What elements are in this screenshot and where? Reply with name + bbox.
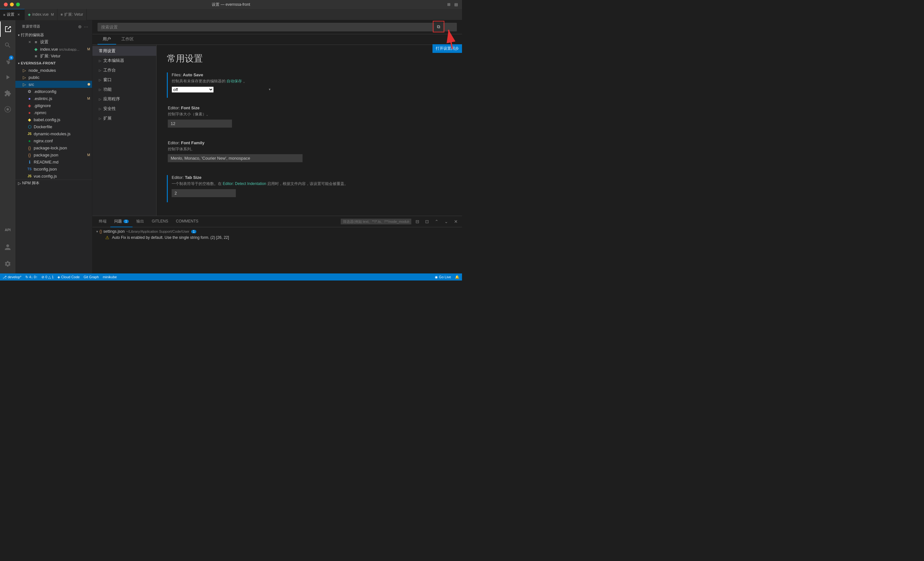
maximize-button[interactable] [16,3,20,6]
list-item[interactable]: ▷ public [15,74,92,81]
page-title: 常用设置 [167,52,452,65]
npm-scripts-section[interactable]: ▷ NPM 脚本 [15,180,92,187]
file-name: 设置 [40,39,92,45]
minimize-button[interactable] [10,3,14,6]
tab-index-vue[interactable]: ◆ index.vue M [25,9,57,20]
tab-settings-close[interactable]: ✕ [16,12,21,17]
list-item[interactable]: ▷ src [15,81,92,88]
list-item[interactable]: ◆ babel.config.js [15,116,92,123]
panel-tab-problems[interactable]: 问题 1 [110,216,132,227]
sidebar-title: 资源管理器 [22,24,40,29]
git-graph-label: Git Graph [83,275,99,279]
nav-item-common[interactable]: 常用设置 [92,46,156,56]
sidebar-item-search[interactable] [0,37,15,53]
list-item[interactable]: ≡ 扩展: Vetur [15,52,92,60]
sidebar-item-accounts[interactable] [0,239,15,255]
settings-container: 用户 工作区 常用设置 [92,20,462,216]
sidebar-item-extensions[interactable] [0,85,15,101]
open-editors-section: ▾ 打开的编辑器 ✕ ≡ 设置 ◆ index.vue src/subapp..… [15,31,92,60]
nav-item-security[interactable]: ▷ 安全性 [92,104,156,114]
status-sync[interactable]: ↻ 4↓ 0↑ [26,275,38,279]
list-item[interactable]: ● nginx.conf [15,137,92,144]
panel-tab-terminal[interactable]: 终端 [95,216,110,227]
notification-icon: 🔔 [455,275,459,279]
nav-item-window[interactable]: ▷ 窗口 [92,75,156,85]
search-input[interactable] [98,23,457,31]
list-item[interactable]: TS tsconfig.json [15,165,92,172]
font-family-input[interactable] [168,154,303,162]
sidebar-item-api[interactable]: API [0,222,15,238]
tab-settings[interactable]: ≡ 设置 ✕ [0,9,25,20]
close-button[interactable] [4,3,8,6]
sidebar-item-settings-gear[interactable] [0,256,15,272]
font-size-input[interactable] [168,120,232,127]
file-problem-count: 1 [191,230,196,233]
open-editors-header[interactable]: ▾ 打开的编辑器 [15,31,92,39]
file-type-icon: ● [27,110,32,115]
list-item[interactable]: {} package-lock.json [15,144,92,151]
status-minikube[interactable]: minikube [103,275,117,279]
file-name: babel.config.js [34,117,92,122]
close-file-icon[interactable]: ✕ [27,39,32,45]
open-settings-sync-button[interactable]: 打开设置同步 [432,44,462,53]
sidebar-item-remote[interactable] [0,102,15,117]
setting-description-link[interactable]: Editor: Detect Indentation [223,181,266,186]
project-header[interactable]: ▾ EVERNSSA-FRONT [15,60,92,67]
settings-main: 常用设置 Files: Auto Save 控制具有未保存更改的编辑器的 自动保… [157,45,462,216]
tab-size-input[interactable] [172,189,236,197]
panel-tab-comments[interactable]: COMMENTS [172,216,202,227]
collapse-icon[interactable]: ⌄ [443,218,450,225]
file-name: tsconfig.json [34,167,92,172]
file-name: dynamic-modules.js [34,132,92,136]
status-git-graph[interactable]: Git Graph [83,275,99,279]
tab-vetur[interactable]: ≡ 扩展: Vetur [57,9,87,20]
list-item[interactable]: JS vue.config.js [15,172,92,180]
more-actions-icon[interactable]: ··· [84,24,88,29]
nav-item-extensions[interactable]: ▷ 扩展 [92,114,156,123]
list-item[interactable]: ● .eslintrc.js M [15,95,92,102]
sidebar-item-source-control[interactable]: 9 [0,54,15,69]
list-item[interactable]: ● .npmrc [15,109,92,116]
panel-file-item[interactable]: ▾ {} settings.json ~/Library/Application… [92,229,462,234]
new-file-icon[interactable]: ⊕ [78,24,82,29]
layout-icon[interactable]: ▤ [454,2,458,7]
git-branch-icon: ⎇ [3,275,7,279]
nav-item-application[interactable]: ▷ 应用程序 [92,94,156,104]
list-item[interactable]: ▷ node_modules [15,67,92,74]
list-item[interactable]: ◈ .gitignore [15,102,92,109]
copy-icon[interactable]: ⊡ [423,218,430,225]
nav-item-features[interactable]: ▷ 功能 [92,85,156,94]
auto-save-select[interactable]: off afterDelay onFocusChange onWindowCha… [172,87,214,93]
list-item[interactable]: ⚙ .editorconfig [15,88,92,95]
list-item[interactable]: {} package.json M [15,151,92,159]
list-item[interactable]: ◆ index.vue src/subapp... M [15,45,92,52]
nav-item-workbench[interactable]: ▷ 工作台 [92,66,156,75]
status-notification[interactable]: 🔔 [455,275,459,279]
nav-item-text-editor[interactable]: ▷ 文本编辑器 [92,56,156,66]
status-go-live[interactable]: ◉ Go Live [435,275,451,279]
sidebar-item-explorer[interactable] [0,21,15,37]
list-item[interactable]: ⬡ Dockerfile [15,123,92,130]
panel-filter-input[interactable] [341,218,411,224]
tab-user[interactable]: 用户 [98,34,116,45]
list-item[interactable]: ✕ ≡ 设置 [15,39,92,45]
modified-label: M [87,47,90,51]
status-branch[interactable]: ⎇ develop* [3,275,21,279]
tab-workspace[interactable]: 工作区 [116,34,139,45]
sidebar-item-run[interactable] [0,70,15,85]
close-file-icon[interactable] [27,46,32,52]
panel-tab-output[interactable]: 输出 [132,216,148,227]
status-errors[interactable]: ⊘ 0 △ 1 [41,275,54,279]
project-folder-name: EVERNSSA-FRONT [21,61,56,65]
panel-tab-gitlens[interactable]: GITLENS [148,216,172,227]
list-item[interactable]: JS dynamic-modules.js [15,130,92,137]
setting-description-link[interactable]: 自动保存 [226,79,242,83]
expand-icon[interactable]: ⌃ [433,218,440,225]
list-item[interactable]: ℹ README.md [15,159,92,165]
filter-icon[interactable]: ⊟ [414,218,421,225]
status-cloud-code[interactable]: ◈ Cloud Code [57,275,80,279]
close-file-icon[interactable] [27,54,32,59]
close-panel-icon[interactable]: ✕ [452,218,459,225]
settings-tabs: 用户 工作区 [92,34,462,45]
split-editor-icon[interactable]: ⊞ [447,2,451,7]
